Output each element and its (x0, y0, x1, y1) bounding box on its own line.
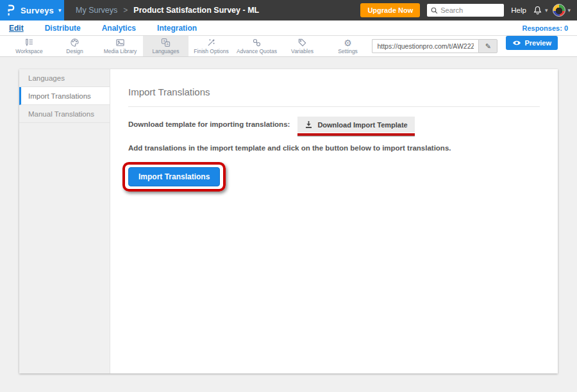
workspace-list-icon (24, 38, 34, 47)
section-divider (128, 106, 540, 107)
nav-tab-distribute[interactable]: Distribute (45, 24, 81, 33)
toolbar-item-variables[interactable]: Variables (280, 36, 325, 56)
preview-button[interactable]: Preview (506, 36, 558, 50)
search-box[interactable] (427, 4, 504, 17)
sidebar-item-languages[interactable]: Languages (19, 69, 110, 87)
download-template-label: Download template for importing translat… (128, 117, 290, 128)
toolbar-item-label: Media Library (104, 48, 137, 54)
gear-icon: ⚙ (344, 38, 352, 47)
edit-url-button[interactable]: ✎ (478, 39, 498, 53)
translate-icon: X A (161, 38, 171, 47)
toolbar-item-label: Variables (291, 48, 314, 54)
toolbar-item-label: Finish Options (194, 48, 228, 54)
toolbar-item-finish-options[interactable]: Finish Options (188, 36, 234, 56)
toolbar-item-label: Advance Quotas (237, 48, 277, 54)
red-box-annotation: Import Translations (122, 162, 226, 192)
toolbar-item-settings[interactable]: ⚙ Settings (325, 36, 371, 56)
nav-tab-integration[interactable]: Integration (157, 24, 197, 33)
preview-button-label: Preview (524, 39, 551, 47)
page-title: Import Translations (128, 86, 540, 97)
languages-sidebar: Languages Import Translations Manual Tra… (19, 69, 110, 373)
avatar-gauge-icon (553, 4, 565, 17)
content-card: Languages Import Translations Manual Tra… (19, 69, 558, 373)
breadcrumb: My Surveys > Product Satisfaction Survey… (76, 6, 259, 15)
toolbar-item-media-library[interactable]: Media Library (97, 36, 143, 56)
red-underline-annotation (297, 133, 414, 136)
topbar: Surveys ▾ My Surveys > Product Satisfact… (0, 0, 577, 20)
nav-tab-edit[interactable]: Edit (9, 24, 24, 33)
download-import-template-button[interactable]: Download Import Template (297, 117, 414, 133)
survey-url-group: ✎ (372, 36, 498, 56)
magic-wand-icon (206, 38, 216, 47)
instruction-text: Add translations in the import template … (128, 144, 540, 152)
section-nav: Edit Distribute Analytics Integration Re… (0, 20, 577, 36)
toolbar-item-advance-quotas[interactable]: Advance Quotas (234, 36, 280, 56)
chain-link-icon (252, 38, 262, 47)
import-translations-panel: Import Translations Download template fo… (110, 69, 558, 373)
tag-icon (297, 38, 307, 47)
image-icon (115, 38, 125, 47)
survey-url-input[interactable] (372, 39, 478, 53)
toolbar-item-design[interactable]: Design (52, 36, 97, 56)
toolbar-item-workspace[interactable]: Workspace (6, 36, 52, 56)
upgrade-now-button[interactable]: Upgrade Now (360, 3, 420, 17)
nav-tab-analytics[interactable]: Analytics (102, 24, 136, 33)
pencil-icon: ✎ (485, 42, 491, 51)
chevron-down-icon: ▾ (58, 8, 62, 13)
chevron-down-icon: ▾ (567, 8, 571, 13)
notifications-menu[interactable]: ▾ (532, 5, 548, 16)
sidebar-item-import-translations[interactable]: Import Translations (19, 87, 110, 105)
download-button-label: Download Import Template (317, 121, 407, 129)
breadcrumb-separator: > (123, 6, 128, 15)
product-label: Surveys (21, 6, 54, 15)
search-icon (431, 7, 438, 14)
toolbar-item-label: Design (66, 48, 83, 54)
toolbar-item-label: Settings (338, 48, 358, 54)
account-menu[interactable]: ▾ (553, 4, 571, 17)
import-translations-button[interactable]: Import Translations (128, 167, 220, 186)
edit-toolbar: Workspace Design Media Library X (0, 36, 577, 57)
download-icon (305, 120, 313, 129)
bell-icon (532, 5, 543, 16)
sidebar-item-manual-translations[interactable]: Manual Translations (19, 105, 110, 123)
questionpro-logo-icon (6, 4, 16, 17)
responses-count[interactable]: Responses: 0 (522, 24, 568, 32)
eye-icon (512, 40, 521, 46)
help-link[interactable]: Help (511, 6, 526, 14)
palette-icon (70, 38, 79, 47)
toolbar-item-label: Workspace (15, 48, 42, 54)
product-switcher[interactable]: Surveys ▾ (0, 0, 64, 20)
breadcrumb-parent[interactable]: My Surveys (76, 6, 117, 15)
toolbar-item-languages[interactable]: X A Languages (143, 36, 188, 56)
survey-title: Product Satisfaction Survey - ML (133, 6, 259, 15)
search-input[interactable] (440, 6, 496, 14)
toolbar-item-label: Languages (152, 48, 179, 54)
chevron-down-icon: ▾ (545, 8, 548, 13)
svg-text:A: A (166, 42, 169, 46)
